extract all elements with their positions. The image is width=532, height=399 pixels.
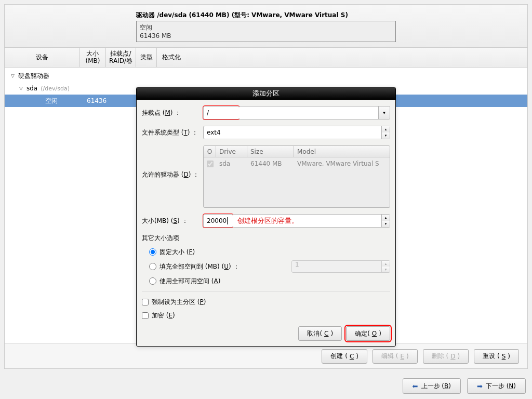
tree-free-size: 61436 <box>87 97 107 104</box>
force-primary-check[interactable]: 强制设为主分区 (P) <box>142 295 390 309</box>
col-type[interactable]: 类型 <box>136 48 157 67</box>
arrow-right-icon: ➡ <box>477 382 483 390</box>
encrypt-input[interactable] <box>142 312 149 319</box>
drive-name: sda <box>216 157 247 170</box>
radio-fill-input[interactable] <box>149 263 156 270</box>
fill-upto-input: 1 ▴▾ <box>291 260 390 273</box>
allowed-drives-label: 允许的驱动器 (D) ： <box>142 145 203 179</box>
tree-free-label: 空闲 <box>31 97 58 105</box>
tree-sda-path: (/dev/sda) <box>37 85 70 92</box>
radio-fixed-size[interactable]: 固定大小 (F) <box>149 245 390 259</box>
bottom-toolbar: 创建 (C) 编辑 (E) 删除 (D) 重设 (S) <box>5 343 527 368</box>
fs-type-value: ext4 <box>207 129 221 136</box>
drive-infobox: 空闲 61436 MB <box>136 21 396 42</box>
updown-icon[interactable]: ▴▾ <box>381 126 390 139</box>
size-options-group: 固定大小 (F) 填充全部空间到 (MB) (U) ： 1 ▴▾ 使用全部可用空… <box>142 245 390 288</box>
arrow-left-icon: ⬅ <box>413 382 418 390</box>
allowed-drives-table[interactable]: O Drive Size Model sda 61440 MB VMware, … <box>203 145 390 208</box>
size-value: 20000 <box>207 217 227 224</box>
drive-check[interactable] <box>207 161 214 167</box>
col-format[interactable]: 格式化 <box>157 48 185 67</box>
dialog-title[interactable]: 添加分区 <box>137 87 395 100</box>
table-header: 设备 大小 (MB) 挂载点/ RAID/卷 类型 格式化 <box>5 48 527 68</box>
drive-header: 驱动器 /dev/sda (61440 MB) (型号: VMware, VMw… <box>5 5 527 48</box>
updown-icon[interactable]: ▴▾ <box>381 215 390 227</box>
col-device[interactable]: 设备 <box>5 48 80 67</box>
tree-sda-label: sda <box>25 85 37 92</box>
radio-all-input[interactable] <box>149 277 156 285</box>
mount-point-dropdown[interactable]: ▾ <box>239 106 390 119</box>
radio-fill-upto[interactable]: 填充全部空间到 (MB) (U) ： 1 ▴▾ <box>149 259 390 274</box>
mount-point-label: 挂载点 (M) ： <box>142 109 203 117</box>
mount-point-value: / <box>207 109 209 116</box>
col-dsize[interactable]: Size <box>247 146 294 157</box>
encrypt-check[interactable]: 加密 (E) <box>142 309 390 322</box>
cancel-button[interactable]: 取消(C) <box>298 326 342 341</box>
col-size[interactable]: 大小 (MB) <box>80 48 106 67</box>
size-label: 大小(MB) (S) ： <box>142 217 203 225</box>
tree-root-hdd[interactable]: ▽ 硬盘驱动器 <box>5 70 527 82</box>
back-button[interactable]: ⬅ 上一步 (B) <box>403 378 461 394</box>
size-input[interactable]: 20000 <box>203 214 233 228</box>
other-size-label: 其它大小选项 <box>142 234 390 243</box>
drive-state: 空闲 <box>140 23 392 32</box>
drive-size-cell: 61440 MB <box>247 157 294 170</box>
expand-icon[interactable]: ▽ <box>19 86 25 91</box>
delete-button: 删除 (D) <box>423 349 469 364</box>
drive-title: 驱动器 /dev/sda (61440 MB) (型号: VMware, VMw… <box>136 10 396 21</box>
col-mount-raid[interactable]: 挂载点/ RAID/卷 <box>106 48 136 67</box>
radio-fixed-input[interactable] <box>149 248 156 256</box>
updown-icon: ▴▾ <box>381 261 390 272</box>
table-row[interactable]: sda 61440 MB VMware, VMware Virtual S <box>204 157 390 170</box>
col-model[interactable]: Model <box>294 146 390 157</box>
tree-root-label: 硬盘驱动器 <box>17 72 49 81</box>
next-button[interactable]: ➡ 下一步 (N) <box>467 378 526 394</box>
mount-point-combo[interactable]: / <box>203 106 240 119</box>
edit-button: 编辑 (E) <box>373 349 418 364</box>
drive-model-cell: VMware, VMware Virtual S <box>294 157 390 170</box>
add-partition-dialog: 添加分区 挂载点 (M) ： / ▾ 文件系统类型 (T) ： ext4 ▴▾ <box>136 87 396 347</box>
footer-nav: ⬅ 上一步 (B) ➡ 下一步 (N) <box>0 373 532 399</box>
force-primary-input[interactable] <box>142 299 149 305</box>
size-spinner[interactable]: ▴▾ <box>233 214 390 228</box>
fs-type-label: 文件系统类型 (T) ： <box>142 128 203 137</box>
col-check[interactable]: O <box>204 146 216 157</box>
chevron-down-icon[interactable]: ▾ <box>378 107 390 119</box>
drive-size: 61436 MB <box>140 32 392 39</box>
drives-table-header: O Drive Size Model <box>204 146 390 157</box>
expand-icon[interactable]: ▽ <box>11 73 17 78</box>
fs-type-combo[interactable]: ext4 ▴▾ <box>203 126 390 139</box>
reset-button[interactable]: 重设 (S) <box>474 349 519 364</box>
col-drive[interactable]: Drive <box>216 146 247 157</box>
create-button[interactable]: 创建 (C) <box>322 349 367 364</box>
ok-button[interactable]: 确定(O) <box>346 326 390 341</box>
radio-use-all[interactable]: 使用全部可用空间 (A) <box>149 274 390 288</box>
